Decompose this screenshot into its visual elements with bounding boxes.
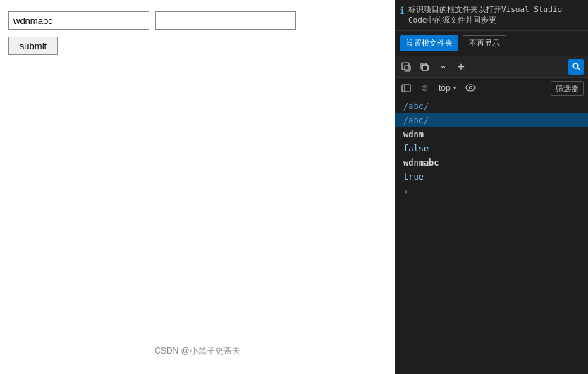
list-item-arrow[interactable]: › [395, 184, 588, 199]
top-label: top [439, 83, 451, 93]
network-list: /abc/ /abc/ wdnm false wdnmabc true › [395, 99, 588, 374]
block-icon[interactable]: ⊘ [417, 81, 431, 95]
list-item[interactable]: false [395, 142, 588, 156]
action-bar: 设置根文件夹 不再显示 [395, 31, 588, 56]
svg-point-9 [466, 85, 475, 91]
left-bottom: CSDN @小黑子史蒂夫 [8, 62, 386, 363]
info-bar: ℹ 标识项目的根文件夹以打开Visual Studio Code中的源文件并同步… [395, 0, 588, 31]
list-item[interactable]: wdnmabc [395, 156, 588, 170]
filter-button[interactable]: 筛选器 [551, 81, 584, 96]
text-input-2[interactable] [155, 11, 296, 30]
set-root-button[interactable]: 设置根文件夹 [400, 35, 458, 51]
submit-button[interactable]: submit [8, 37, 58, 55]
text-input-1[interactable] [8, 11, 149, 30]
submit-row: submit [8, 37, 386, 55]
copy-icon[interactable] [417, 60, 431, 74]
svg-point-5 [573, 63, 578, 68]
eye-icon[interactable] [465, 83, 476, 94]
left-panel: submit CSDN @小黑子史蒂夫 [0, 0, 395, 374]
more-icon[interactable]: » [436, 60, 450, 74]
record-icon[interactable] [399, 81, 413, 95]
search-icon[interactable] [568, 59, 584, 75]
svg-rect-3 [422, 65, 428, 70]
devtools-toolbar: » + [395, 56, 588, 78]
list-item[interactable]: wdnm [395, 127, 588, 142]
top-dropdown[interactable]: top ▼ [436, 82, 461, 94]
list-item[interactable]: /abc/ [395, 99, 588, 113]
cursor-icon[interactable] [399, 60, 413, 74]
svg-rect-0 [402, 63, 409, 70]
filter-toolbar: ⊘ top ▼ 筛选器 [395, 78, 588, 99]
add-icon[interactable]: + [454, 60, 468, 74]
list-item[interactable]: /abc/ [395, 113, 588, 127]
devtools-panel: ℹ 标识项目的根文件夹以打开Visual Studio Code中的源文件并同步… [395, 0, 588, 374]
dropdown-arrow: ▼ [452, 85, 458, 92]
svg-line-6 [577, 68, 580, 71]
list-item[interactable]: true [395, 170, 588, 184]
csdn-credit: CSDN @小黑子史蒂夫 [154, 345, 240, 357]
svg-rect-7 [402, 85, 410, 92]
info-text: 标识项目的根文件夹以打开Visual Studio Code中的源文件并同步更 [408, 4, 582, 26]
svg-point-10 [469, 86, 472, 89]
no-show-button[interactable]: 不再显示 [463, 35, 506, 51]
info-icon: ℹ [400, 5, 404, 16]
input-row [8, 11, 386, 30]
svg-rect-1 [405, 66, 410, 71]
